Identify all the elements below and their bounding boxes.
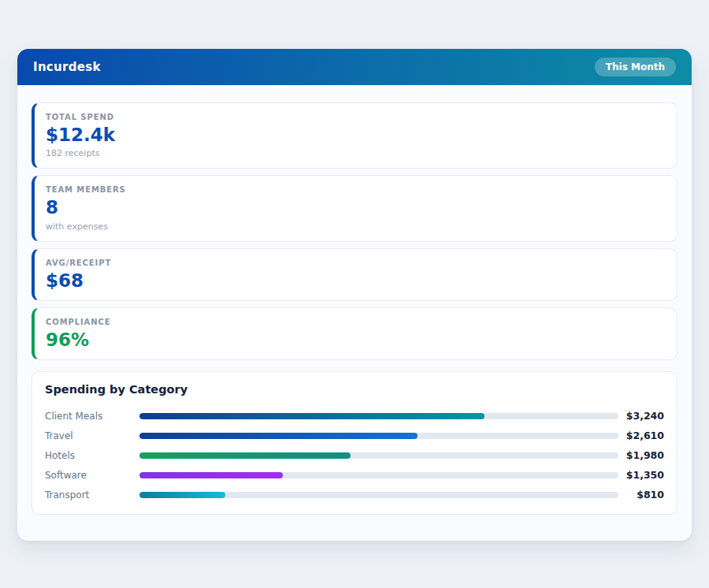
spending-by-category-card: Spending by Category Client Meals $3,240… bbox=[32, 371, 677, 515]
stat-card: TEAM MEMBERS 8 with expenses bbox=[32, 175, 677, 241]
category-bar-fill bbox=[139, 452, 351, 459]
stat-card: TOTAL SPEND $12.4k 182 receipts bbox=[32, 102, 677, 169]
category-bar-track bbox=[139, 433, 618, 439]
stat-value: $68 bbox=[46, 271, 664, 291]
category-value: $810 bbox=[618, 489, 664, 501]
stat-label: AVG/RECEIPT bbox=[46, 259, 664, 267]
category-label: Hotels bbox=[45, 450, 139, 461]
category-bar-track bbox=[139, 492, 618, 498]
category-row: Client Meals $3,240 bbox=[45, 406, 664, 426]
category-value: $1,350 bbox=[618, 469, 664, 481]
stat-sub: 182 receipts bbox=[46, 148, 664, 158]
category-value: $2,610 bbox=[618, 430, 664, 441]
category-bar-track bbox=[139, 472, 618, 478]
category-bar-fill bbox=[139, 433, 418, 439]
stat-value: 8 bbox=[46, 198, 664, 218]
stat-label: TEAM MEMBERS bbox=[46, 185, 664, 194]
category-row: Travel $2,610 bbox=[45, 426, 664, 445]
chart-title: Spending by Category bbox=[45, 383, 664, 396]
category-bar-list: Client Meals $3,240 Travel $2,610 Hotels… bbox=[45, 406, 664, 504]
period-badge[interactable]: This Month bbox=[595, 58, 676, 76]
category-bar-fill bbox=[139, 413, 484, 419]
stat-label: TOTAL SPEND bbox=[46, 113, 664, 121]
category-bar-track bbox=[139, 452, 618, 459]
category-value: $3,240 bbox=[618, 410, 664, 422]
category-value: $1,980 bbox=[618, 449, 664, 461]
category-row: Transport $810 bbox=[45, 485, 664, 504]
category-label: Travel bbox=[45, 430, 139, 441]
app-panel: Incurdesk This Month TOTAL SPEND $12.4k … bbox=[17, 49, 692, 541]
category-label: Client Meals bbox=[45, 411, 139, 422]
category-label: Software bbox=[45, 470, 139, 481]
category-row: Hotels $1,980 bbox=[45, 445, 664, 465]
app-title: Incurdesk bbox=[33, 60, 101, 74]
stat-cards: TOTAL SPEND $12.4k 182 receipts TEAM MEM… bbox=[17, 85, 692, 360]
stat-card: AVG/RECEIPT $68 bbox=[32, 248, 677, 301]
category-row: Software $1,350 bbox=[45, 465, 664, 485]
stat-label: COMPLIANCE bbox=[46, 318, 664, 326]
category-bar-fill bbox=[139, 492, 225, 498]
category-label: Transport bbox=[45, 489, 139, 501]
category-bar-fill bbox=[139, 472, 283, 478]
category-bar-track bbox=[139, 413, 618, 419]
stat-card: COMPLIANCE 96% bbox=[32, 307, 677, 360]
stat-sub: with expenses bbox=[46, 221, 664, 232]
app-header: Incurdesk This Month bbox=[17, 49, 692, 85]
stat-value: 96% bbox=[46, 330, 664, 350]
stat-value: $12.4k bbox=[46, 125, 664, 145]
